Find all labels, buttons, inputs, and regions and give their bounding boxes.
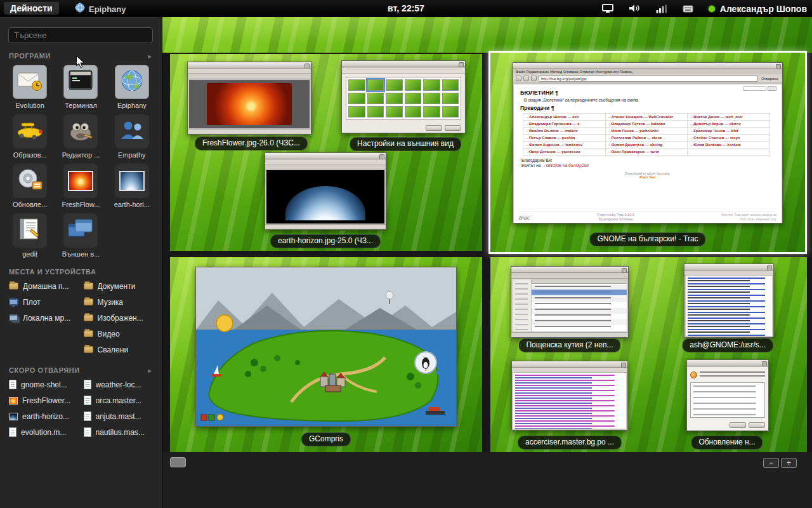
app-label: Empathy <box>107 151 157 159</box>
app-item-evolution[interactable]: Evolution <box>5 62 55 110</box>
button[interactable] <box>426 125 442 131</box>
app-item-gimp[interactable]: Редактор ... <box>56 112 105 160</box>
translator-link[interactable]: →Ясен Праматаров — turin <box>605 149 688 156</box>
keyboard-layout-icon[interactable] <box>683 4 693 13</box>
translator-link[interactable]: →Явор Доганов — yavorescu <box>523 149 606 156</box>
translator-link[interactable]: →Красимир Чонов — bfaf <box>688 128 770 135</box>
window-epiphany-trac[interactable]: Файл Редактиране Изглед Отиване Отметки … <box>513 62 783 224</box>
window-statusbar <box>188 129 311 134</box>
url-bar[interactable]: http://fsa-bg.org/project/gtp <box>539 76 758 82</box>
app-item-gedit[interactable]: gedit <box>5 211 55 259</box>
place-item-network[interactable]: Локална мр... <box>9 310 81 326</box>
translator-link[interactable]: →Филип Андонов — fandonov <box>523 142 606 149</box>
search-input[interactable] <box>8 27 153 43</box>
app-item-gcompris[interactable]: Образов... <box>5 112 55 160</box>
user-menu[interactable]: Александър Шопов <box>709 4 807 14</box>
translator-link[interactable]: →Илия Пенев — picholicho <box>605 128 688 135</box>
recent-item[interactable]: orca.master... <box>84 392 156 408</box>
recent-item[interactable]: nautilus.mas... <box>84 424 156 440</box>
window-evolution-mail[interactable] <box>511 266 629 338</box>
window-terminal[interactable] <box>684 264 774 338</box>
volume-icon[interactable] <box>629 4 641 13</box>
app-item-earth-horizon[interactable]: earth-hori... <box>107 161 157 210</box>
place-item-downloads[interactable]: Свалени <box>84 342 156 358</box>
page-search-input[interactable] <box>743 86 766 91</box>
terminal-icon <box>67 69 94 95</box>
recent-item[interactable]: FreshFlower... <box>9 392 81 408</box>
app-item-terminal[interactable]: Терминал <box>56 62 105 110</box>
app-label: gedit <box>5 250 55 258</box>
plain-text-link[interactable]: Plain Text <box>639 175 656 179</box>
page-search-button[interactable] <box>768 86 776 91</box>
downloads-folder-icon <box>84 346 93 353</box>
window-titlebar <box>687 360 768 366</box>
translator-link[interactable]: →Филип Димитров — xboing <box>605 142 688 149</box>
expand-icon[interactable]: ▸ <box>148 367 152 374</box>
add-workspace-button[interactable]: + <box>781 458 797 468</box>
window-po-editor[interactable] <box>511 361 628 431</box>
recent-item[interactable]: gnome-shel... <box>9 377 81 392</box>
window-update-manager[interactable] <box>686 359 769 431</box>
app-label: Epiphany <box>107 102 157 109</box>
window-earth-viewer[interactable] <box>265 152 386 230</box>
app-item-software-update[interactable]: Обновле... <box>5 161 55 210</box>
window-statusbar <box>265 224 386 229</box>
translator-link[interactable]: →Димитър Киров — dkirov <box>688 121 770 128</box>
translator-link[interactable]: →Ивайло Вълков — ivalkov <box>523 128 606 135</box>
recent-label: gnome-shel... <box>21 380 67 389</box>
translator-link[interactable]: →Атанас Кошаров — WebCrusader <box>605 114 688 121</box>
text-file-icon <box>84 396 91 405</box>
page-paragraph: В секция „Бюлетини“ са периодичните съоб… <box>524 98 775 102</box>
app-item-epiphany[interactable]: Epiphany <box>107 62 157 110</box>
place-item-pictures[interactable]: Изображен... <box>84 310 156 326</box>
place-item-desktop[interactable]: Плот <box>9 294 81 310</box>
forward-button[interactable] <box>523 76 529 81</box>
back-button[interactable] <box>516 76 521 81</box>
display-icon[interactable] <box>602 4 613 13</box>
place-item-documents[interactable]: Документи <box>84 278 156 294</box>
applications-grid: Evolution Терминал Epiphany Образов... Р… <box>5 62 157 259</box>
place-item-video[interactable]: Видео <box>84 326 156 342</box>
app-item-empathy[interactable]: Empathy <box>107 112 157 160</box>
trac-page: БЮЛЕТИНИ ¶ В секция „Бюлетини“ са период… <box>514 84 782 223</box>
translator-link[interactable]: →Юлия Велкова — konfeta <box>688 142 770 149</box>
update-buttons <box>730 422 765 428</box>
recent-item[interactable]: anjuta.mast... <box>84 408 156 424</box>
reload-button[interactable] <box>531 76 537 81</box>
translator-link[interactable]: →Ростислав Райков — zbrox <box>605 135 688 142</box>
window-freshflower-viewer[interactable] <box>187 62 311 135</box>
expand-icon[interactable]: ▸ <box>148 53 152 60</box>
translator-link[interactable]: →Александър Шопов — ash <box>523 114 606 121</box>
remove-workspace-button[interactable]: − <box>763 458 779 468</box>
button[interactable] <box>445 125 461 131</box>
window-appearance-settings[interactable] <box>341 60 466 133</box>
recent-item[interactable]: evolution.m... <box>9 424 81 440</box>
network-signal-icon[interactable] <box>656 4 667 13</box>
window-menubar <box>684 271 773 276</box>
recent-item[interactable]: weather-loc... <box>84 377 156 392</box>
gnome-bg-link[interactable]: →GNOME на български! <box>542 163 589 168</box>
go-button[interactable]: Отваряне <box>760 77 780 81</box>
window-gcompris[interactable] <box>195 267 457 427</box>
activities-button[interactable]: Дейности <box>4 2 59 15</box>
image-view <box>189 80 310 128</box>
app-menu[interactable]: Epiphany <box>75 3 126 15</box>
translator-link[interactable]: →Стойчо Станчев — stoyo <box>688 135 770 142</box>
translator-link[interactable]: →Петър Славов — peshka <box>523 135 606 142</box>
app-item-appearance[interactable]: Външен в... <box>56 211 105 259</box>
translator-link[interactable]: →Виктор Дачев — tech_noir <box>688 114 770 121</box>
translator-link[interactable]: →Владимира Гиргинова — ii <box>523 121 606 128</box>
app-item-freshflower[interactable]: FreshFlow... <box>56 161 105 210</box>
button[interactable] <box>730 422 746 428</box>
workspace-drop-target[interactable] <box>170 457 186 467</box>
translator-link[interactable]: →Владимир Петков — kaladan <box>605 121 688 128</box>
translator-link[interactable] <box>688 149 770 156</box>
image-view <box>266 170 384 224</box>
window-label-terminal: ash@GNOME:/usr/s... <box>682 338 773 352</box>
recent-item[interactable]: earth-horizo... <box>9 408 81 424</box>
button[interactable] <box>749 422 765 428</box>
clock[interactable]: вт, 22:57 <box>388 3 424 13</box>
place-item-home[interactable]: Домашна п... <box>9 278 81 294</box>
place-item-music[interactable]: Музика <box>84 294 156 310</box>
app-label: Обновле... <box>5 201 55 208</box>
